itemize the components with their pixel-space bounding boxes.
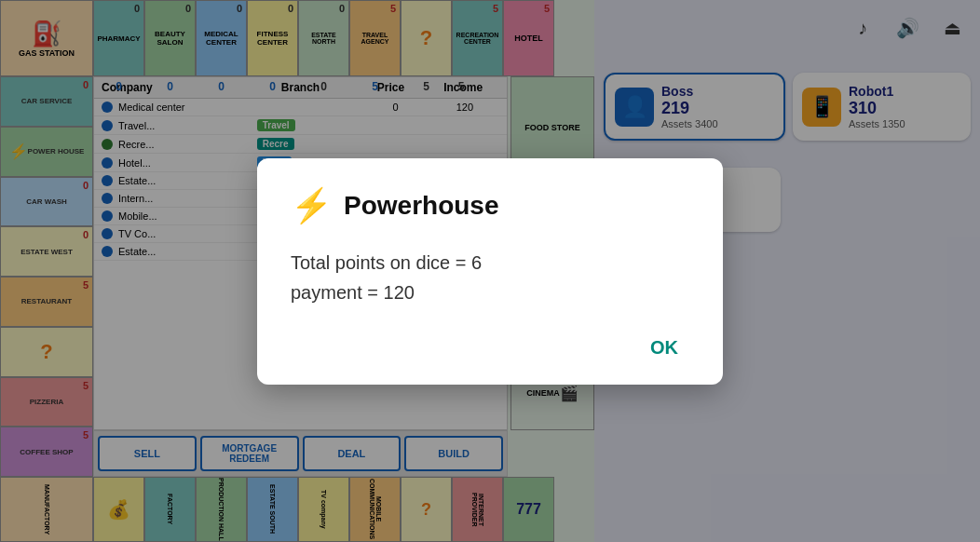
dialog-title-text: Powerhouse: [344, 191, 498, 221]
dialog-ok-button[interactable]: OK: [639, 333, 689, 362]
powerhouse-icon: ⚡: [291, 186, 333, 225]
powerhouse-dialog: ⚡ Powerhouse Total points on dice = 6 pa…: [257, 158, 723, 385]
dialog-body-line2: payment = 120: [291, 278, 689, 307]
dialog-body-line1: Total points on dice = 6: [291, 248, 689, 278]
dialog-overlay: ⚡ Powerhouse Total points on dice = 6 pa…: [0, 0, 980, 542]
dialog-title-row: ⚡ Powerhouse: [291, 186, 689, 225]
dialog-body: Total points on dice = 6 payment = 120: [291, 248, 689, 307]
dialog-footer: OK: [291, 333, 689, 362]
